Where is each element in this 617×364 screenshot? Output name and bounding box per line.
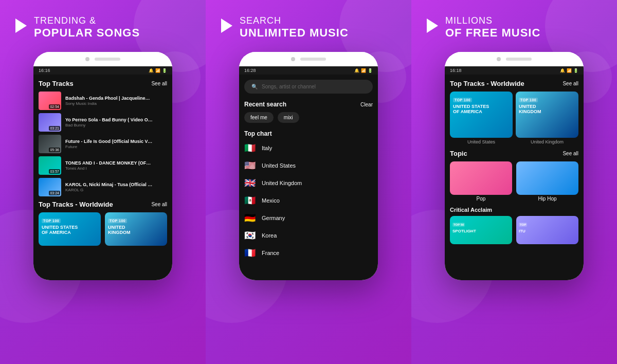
track-thumb-2: 03:21	[39, 113, 61, 132]
usa-name-3: UNITED STATESOF AMERICA	[453, 104, 510, 115]
track-duration-1: 02:54	[49, 104, 60, 109]
worldwide-cards-1: TOP 100 UNITED STATESOF AMERICA TOP 100 …	[39, 212, 167, 246]
status-icons-3: 🔔 📶 🔋	[560, 68, 578, 73]
track-duration-4: 03:57	[49, 169, 60, 174]
critical-card-itu[interactable]: TOP Itu	[516, 216, 578, 244]
country-item-mexico[interactable]: 🇲🇽 Mexico	[244, 195, 373, 206]
country-name-mexico: Mexico	[262, 197, 280, 204]
status-icons-2: 🔔 📶 🔋	[354, 68, 373, 73]
usa-chart-wrap: TOP 100 UNITED STATESOF AMERICA United S…	[450, 92, 513, 144]
status-time-3: 16:18	[450, 68, 462, 73]
usa-name-1: UNITED STATESOF AMERICA	[42, 225, 98, 235]
search-title-line1: SEARCH	[240, 15, 349, 26]
status-bar-1: 16:16 🔔 📶 🔋	[33, 66, 172, 75]
top-chart-title: Top chart	[244, 130, 373, 137]
topic-hiphop-label: Hip Hop	[516, 196, 578, 202]
phone-top-millions	[445, 52, 584, 66]
worldwide-see-all-1[interactable]: See all	[151, 202, 167, 207]
track-item-1[interactable]: 02:54 Badshah - Genda Phool | Jacqueline…	[39, 92, 167, 110]
topic-see-all[interactable]: See all	[562, 151, 578, 156]
play-icon-millions	[427, 19, 438, 33]
country-item-germany[interactable]: 🇩🇪 Germany	[244, 212, 373, 224]
country-item-korea[interactable]: 🇰🇷 Korea	[244, 230, 373, 241]
status-time-1: 16:16	[39, 68, 50, 73]
critical-card-spotlight[interactable]: TOP 50 Spotlight	[450, 216, 512, 244]
panel-trending-header: TRENDING & POPULAR SONGS	[10, 15, 195, 40]
tag-feel-me[interactable]: feel me	[244, 112, 274, 123]
critical-badge-itu: TOP	[519, 223, 527, 227]
chart-card-usa-content-3: TOP 100 UNITED STATESOF AMERICA	[450, 92, 513, 117]
topic-hiphop[interactable]	[516, 161, 578, 195]
panel-search: SEARCH UNLIMITED MUSIC 16:28 🔔 📶 🔋 🔍 Son…	[206, 0, 411, 364]
search-bar[interactable]: 🔍 Songs, artist or channel	[244, 80, 373, 94]
country-name-usa: United States	[262, 162, 296, 169]
track-name-5: KAROL G, Nicki Minaj - Tusa (Official Vi…	[65, 182, 153, 188]
chart-card-uk-content: TOP 100 UNITEDKINGDOM	[105, 212, 167, 238]
millions-title-line2: OF FREE MUSIC	[445, 26, 540, 40]
critical-cards: TOP 50 Spotlight TOP Itu	[450, 216, 578, 244]
panel-trending: TRENDING & POPULAR SONGS 16:16 🔔 📶 🔋 Top…	[0, 0, 206, 364]
chart-card-usa-3[interactable]: TOP 100 UNITED STATESOF AMERICA	[450, 92, 513, 138]
track-item-4[interactable]: 03:57 TONES AND I - DANCE MONKEY (OFFICI…	[39, 156, 167, 175]
track-thumb-4: 03:57	[39, 156, 61, 175]
track-name-2: Yo Perreo Sola - Bad Bunny ( Video Ofici…	[65, 117, 153, 123]
critical-content-itu: TOP Itu	[516, 216, 578, 236]
topic-pop[interactable]	[450, 161, 512, 195]
pop-wrap: Pop	[450, 161, 512, 202]
chart-card-uk-1[interactable]: TOP 100 UNITEDKINGDOM	[105, 212, 167, 246]
worldwide-title-3: Top Tracks - Worldwide	[450, 80, 524, 87]
topic-pop-label: Pop	[450, 196, 512, 202]
track-name-4: TONES AND I - DANCE MONKEY (OFFICIAL VID…	[65, 160, 153, 167]
critical-name-itu: Itu	[519, 229, 576, 233]
play-icon-search	[221, 19, 232, 33]
usa-badge-3: TOP 100	[453, 98, 472, 102]
critical-name-spotlight: Spotlight	[452, 229, 510, 233]
uk-badge-3: TOP 100	[519, 98, 538, 102]
flag-mexico: 🇲🇽	[244, 195, 257, 206]
flag-korea: 🇰🇷	[244, 230, 257, 241]
uk-name-1: UNITEDKINGDOM	[108, 225, 164, 235]
clear-button[interactable]: Clear	[360, 102, 373, 107]
top-tracks-see-all[interactable]: See all	[151, 81, 167, 86]
track-info-1: Badshah - Genda Phool | JacquelineFernan…	[65, 96, 167, 106]
flag-italy: 🇮🇹	[244, 142, 257, 154]
chart-card-uk-3[interactable]: TOP 100 UNITEDKINGDOM	[516, 92, 578, 138]
top-tracks-header: Top Tracks See all	[39, 80, 167, 87]
phone-millions: 16:18 🔔 📶 🔋 Top Tracks - Worldwide See a…	[445, 52, 584, 280]
track-thumb-1: 02:54	[39, 92, 61, 110]
critical-badge-spotlight: TOP 50	[452, 223, 465, 227]
track-item-2[interactable]: 03:21 Yo Perreo Sola - Bad Bunny ( Video…	[39, 113, 167, 132]
worldwide-header-3: Top Tracks - Worldwide See all	[450, 80, 578, 87]
status-bar-3: 16:18 🔔 📶 🔋	[445, 66, 584, 75]
tag-mixi[interactable]: mixi	[278, 112, 299, 123]
phone-content-1: Top Tracks See all 02:54 Badshah - Genda…	[33, 75, 172, 280]
track-info-3: Future - Life Is Good (Official Music Vi…	[65, 139, 167, 150]
camera-dot	[85, 57, 89, 61]
search-title-line2: UNLIMITED MUSIC	[240, 26, 349, 40]
search-icon: 🔍	[251, 84, 258, 89]
track-item-5[interactable]: 03:24 KAROL G, Nicki Minaj - Tusa (Offic…	[39, 178, 167, 196]
country-item-usa[interactable]: 🇺🇸 United States	[244, 160, 373, 171]
phone-trending: 16:16 🔔 📶 🔋 Top Tracks See all 02:54 Bad…	[33, 52, 172, 280]
track-info-2: Yo Perreo Sola - Bad Bunny ( Video Ofici…	[65, 117, 167, 128]
trending-title-line1: TRENDING &	[34, 15, 140, 26]
play-icon-trending	[15, 19, 27, 33]
search-input[interactable]: Songs, artist or channel	[262, 84, 316, 89]
country-item-uk[interactable]: 🇬🇧 United Kingdom	[244, 177, 373, 189]
worldwide-see-all-3[interactable]: See all	[562, 81, 578, 86]
chart-card-usa-1[interactable]: TOP 100 UNITED STATESOF AMERICA	[39, 212, 101, 246]
panel-millions: MILLIONS OF FREE MUSIC 16:18 🔔 📶 🔋 Top T…	[411, 0, 617, 364]
status-icons-1: 🔔 📶 🔋	[149, 68, 167, 73]
track-duration-3: 05:36	[49, 148, 60, 152]
panel-search-title: SEARCH UNLIMITED MUSIC	[240, 15, 349, 40]
track-item-3[interactable]: 05:36 Future - Life Is Good (Official Mu…	[39, 135, 167, 153]
track-artist-1: Sony Music India	[65, 101, 167, 106]
topic-cards: Pop Hip Hop	[450, 161, 578, 202]
country-item-france[interactable]: 🇫🇷 France	[244, 247, 373, 259]
track-name-3: Future - Life Is Good (Official Music Vi…	[65, 139, 153, 145]
flag-germany: 🇩🇪	[244, 212, 257, 224]
phone-top-search	[239, 52, 378, 66]
country-item-italy[interactable]: 🇮🇹 Italy	[244, 142, 373, 154]
track-artist-2: Bad Bunny	[65, 123, 167, 128]
critical-title: Critical Acclaim	[450, 207, 578, 213]
